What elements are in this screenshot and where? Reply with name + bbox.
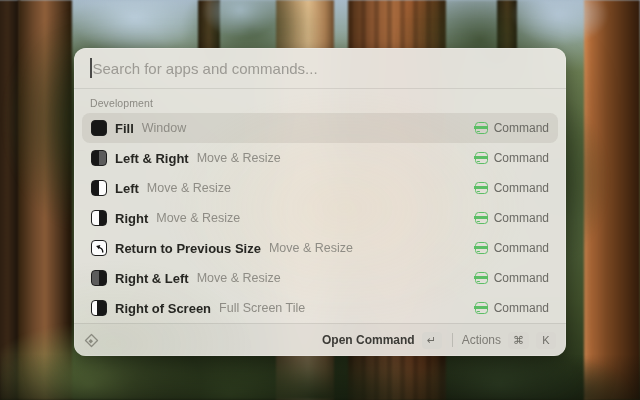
command-icon [475,122,488,134]
item-accessory: Command [494,241,549,255]
item-accessory: Command [494,211,549,225]
item-title: Left [115,181,139,196]
item-title: Right of Screen [115,301,211,316]
command-icon [475,272,488,284]
command-icon [475,152,488,164]
return-previous-size-icon [91,240,107,256]
command-icon [475,182,488,194]
list-item-left[interactable]: Left Move & Resize Command [82,173,558,203]
item-title: Return to Previous Size [115,241,261,256]
list-item-right[interactable]: Right Move & Resize Command [82,203,558,233]
item-subtitle: Window [142,121,186,135]
k-key-badge: K [536,332,556,349]
command-list: Fill Window Command Left & Right Move & … [74,113,566,323]
window-left-right-icon [91,150,107,166]
command-icon [475,242,488,254]
window-fill-icon [91,120,107,136]
item-subtitle: Move & Resize [197,151,281,165]
item-subtitle: Move & Resize [147,181,231,195]
footer-divider [452,333,453,347]
item-accessory: Command [494,271,549,285]
command-icon [475,302,488,314]
window-right-of-screen-icon [91,300,107,316]
item-title: Right [115,211,148,226]
return-key-badge: ↵ [422,332,442,349]
raycast-logo-icon [84,333,99,348]
item-title: Left & Right [115,151,189,166]
search-input[interactable] [92,60,551,77]
item-subtitle: Full Screen Tile [219,301,305,315]
raycast-command-palette: Development Fill Window Command Left & R… [74,48,566,356]
window-right-half-icon [91,210,107,226]
item-accessory: Command [494,121,549,135]
command-icon [475,212,488,224]
search-bar[interactable] [74,48,566,88]
open-command-button[interactable]: Open Command ↵ [322,332,442,349]
item-subtitle: Move & Resize [156,211,240,225]
item-title: Fill [115,121,134,136]
window-right-left-icon [91,270,107,286]
wallpaper-vignette [0,354,640,400]
action-bar: Open Command ↵ Actions ⌘ K [74,323,566,356]
list-item-right-of-screen[interactable]: Right of Screen Full Screen Tile Command [82,293,558,323]
open-command-label: Open Command [322,333,415,347]
list-item-right-and-left[interactable]: Right & Left Move & Resize Command [82,263,558,293]
actions-label: Actions [462,333,501,347]
list-item-return-to-previous-size[interactable]: Return to Previous Size Move & Resize Co… [82,233,558,263]
window-left-half-icon [91,180,107,196]
section-header: Development [74,89,566,113]
item-accessory: Command [494,301,549,315]
list-item-left-and-right[interactable]: Left & Right Move & Resize Command [82,143,558,173]
item-subtitle: Move & Resize [197,271,281,285]
item-accessory: Command [494,181,549,195]
item-title: Right & Left [115,271,189,286]
cmd-key-badge: ⌘ [508,332,529,349]
actions-button[interactable]: Actions ⌘ K [462,332,556,349]
item-accessory: Command [494,151,549,165]
item-subtitle: Move & Resize [269,241,353,255]
list-item-fill[interactable]: Fill Window Command [82,113,558,143]
